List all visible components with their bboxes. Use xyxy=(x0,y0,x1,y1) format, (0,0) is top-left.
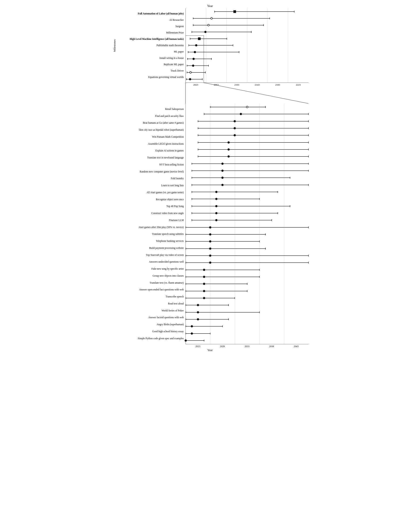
tick-right xyxy=(233,45,233,46)
y-label: Simple Python code given spec and exampl… xyxy=(118,337,185,340)
chart-row xyxy=(186,76,308,83)
tick-left xyxy=(190,38,190,40)
chart-row xyxy=(186,15,308,22)
tick-left xyxy=(198,149,198,150)
tick-left xyxy=(186,304,186,306)
chart-row xyxy=(186,125,308,132)
y-label: Fold laundry xyxy=(118,177,185,180)
x-axis-label: 2023 xyxy=(186,83,206,86)
median-dot xyxy=(234,120,236,122)
error-bar xyxy=(186,270,259,270)
top-rows-container xyxy=(186,8,308,83)
chart-row xyxy=(186,153,308,160)
tick-right xyxy=(308,120,309,122)
x-axis-label: 2043 xyxy=(284,344,308,348)
chart-row xyxy=(186,266,308,273)
median-dot xyxy=(215,219,218,221)
tick-left xyxy=(192,198,192,200)
chart-row xyxy=(186,104,308,111)
error-bar xyxy=(198,135,308,136)
x-axis-label: 2183 xyxy=(268,83,288,86)
tick-right xyxy=(259,311,260,313)
error-bar xyxy=(192,32,251,32)
tick-left xyxy=(192,184,192,186)
tick-right xyxy=(308,163,309,165)
tick-right xyxy=(278,212,278,214)
bottom-chart-area: Retail SalespersonFind and patch securit… xyxy=(112,104,308,344)
tick-left xyxy=(198,142,198,143)
y-label: Top 40 Pop Song xyxy=(118,205,185,208)
median-dot xyxy=(240,113,242,115)
error-bar xyxy=(192,170,308,171)
tick-left xyxy=(186,311,186,313)
y-label: Fake new song by specific artist xyxy=(118,268,185,270)
bottom-x-axis-title: Year xyxy=(112,348,308,352)
median-dot xyxy=(227,155,230,158)
y-label: Finetune LLM xyxy=(118,219,185,222)
top-y-labels: Full Automation of Labor (all human jobs… xyxy=(118,8,186,83)
chart-row xyxy=(186,259,308,266)
tick-left xyxy=(186,325,186,327)
tick-right xyxy=(247,283,248,285)
chart-row xyxy=(186,195,308,202)
tick-right xyxy=(204,340,204,341)
connector-svg xyxy=(186,86,308,104)
chart-row xyxy=(186,132,308,139)
error-bar xyxy=(198,156,308,157)
y-label: Angry Birds (superhuman) xyxy=(118,323,185,326)
chart-row xyxy=(186,42,308,49)
tick-right xyxy=(308,149,309,150)
tick-left xyxy=(192,163,192,165)
median-dot xyxy=(204,31,207,33)
tick-left xyxy=(192,205,192,207)
tick-right xyxy=(227,38,227,40)
median-dot xyxy=(193,58,195,60)
y-label: Atari games after 20m play (50% vs. novi… xyxy=(118,226,185,229)
error-bar xyxy=(186,262,308,263)
tick-right xyxy=(265,106,266,108)
y-label: Win Putnam Math Competition xyxy=(118,136,185,138)
chart-row xyxy=(186,295,308,302)
median-dot xyxy=(194,51,196,53)
y-label: Publishable math theorems xyxy=(118,44,185,47)
chart-row xyxy=(186,210,308,217)
tick-right xyxy=(308,262,309,263)
chart-row xyxy=(186,337,308,344)
top-y-axis-label: Milestones xyxy=(112,8,118,83)
tick-left xyxy=(204,113,204,115)
tick-right xyxy=(247,290,248,292)
tick-right xyxy=(259,276,260,278)
error-bar xyxy=(192,220,272,220)
tick-left xyxy=(193,24,193,26)
median-dot xyxy=(210,17,213,19)
median-dot xyxy=(209,261,211,264)
tick-left xyxy=(192,219,192,221)
y-label: AI Researcher xyxy=(118,19,185,22)
error-bar xyxy=(193,25,264,25)
y-label: Build payment processing website xyxy=(118,247,185,250)
tick-left xyxy=(186,290,186,292)
tick-left xyxy=(210,106,210,108)
y-label: Install wiring in a house xyxy=(118,57,185,60)
error-bar xyxy=(193,18,270,19)
tick-left xyxy=(198,127,198,129)
error-bar xyxy=(186,298,235,298)
chart-row xyxy=(186,167,308,174)
y-label: Learn to sort long lists xyxy=(118,184,185,187)
y-label: Telephone banking services xyxy=(118,240,185,243)
y-label: Assemble LEGO given instructions xyxy=(118,143,185,145)
error-bar xyxy=(192,177,290,178)
tick-left xyxy=(214,11,215,13)
top-plot-area xyxy=(186,8,308,83)
x-axis-label: 2038 xyxy=(259,344,284,348)
error-bar xyxy=(186,333,210,334)
tick-right xyxy=(278,191,278,193)
tick-left xyxy=(198,120,198,122)
y-label: Random new computer game (novice level) xyxy=(118,170,185,173)
tick-right xyxy=(259,198,260,200)
y-label: Full Automation of Labor (all human jobs… xyxy=(118,12,185,15)
tick-right xyxy=(270,17,270,19)
bottom-chart-wrapper: Retail SalespersonFind and patch securit… xyxy=(112,104,308,352)
median-dot xyxy=(233,10,236,13)
tick-left xyxy=(188,51,188,53)
